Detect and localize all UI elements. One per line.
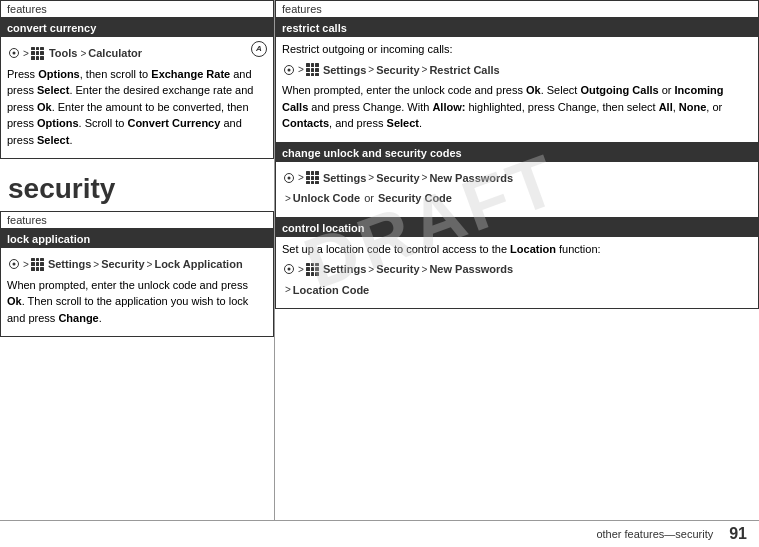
lock-body-text: When prompted, enter the unlock code and… (7, 277, 267, 327)
security-label-restrict: Security (376, 62, 419, 79)
lock-application-title: lock application (1, 230, 273, 248)
restrict-calls-section: restrict calls Restrict outgoing or inco… (275, 18, 759, 143)
unlock-code-label: Unlock Code (293, 190, 360, 207)
convert-currency-section: convert currency > Tools > (0, 18, 274, 159)
settings-label-lock: Settings (45, 256, 91, 273)
page-number: 91 (729, 525, 747, 543)
footer-text: other features—security (596, 528, 713, 540)
left-features-header: features (0, 0, 274, 18)
tools-grid-icon (31, 47, 44, 60)
control-location-intro: Set up a location code to control access… (282, 241, 752, 258)
left-features-header-2: features (0, 211, 274, 229)
convert-nav-path: > Tools > Calculator (9, 45, 142, 62)
bullet-icon-lock (9, 259, 19, 269)
change-unlock-title: change unlock and security codes (276, 144, 758, 162)
convert-currency-title: convert currency (1, 19, 273, 37)
settings-grid-icon-control (306, 263, 319, 276)
settings-grid-icon-lock (31, 258, 44, 271)
restrict-calls-title: restrict calls (276, 19, 758, 37)
tools-label: Tools (46, 45, 78, 62)
change-unlock-nav-path-2: > Unlock Code or Security Code (284, 190, 752, 207)
control-location-section: control location Set up a location code … (275, 218, 759, 310)
bullet-icon-restrict (284, 65, 294, 75)
new-passwords-label-control: New Passwords (429, 261, 513, 278)
change-unlock-section: change unlock and security codes > Setti… (275, 143, 759, 218)
lock-application-label: Lock Application (154, 256, 242, 273)
lock-application-section: lock application > Settings > Security (0, 229, 274, 337)
bullet-icon-change-unlock (284, 173, 294, 183)
bullet-icon-control (284, 264, 294, 274)
security-heading: security (0, 163, 274, 211)
restrict-nav-path: > Settings > Security > Restrict Calls (284, 62, 752, 79)
settings-label-change: Settings (320, 170, 366, 187)
restrict-calls-label: Restrict Calls (429, 62, 499, 79)
bullet-icon (9, 48, 19, 58)
location-code-label: Location Code (293, 282, 369, 299)
control-location-nav-path: > Settings > Security > New Passwords (284, 261, 752, 278)
convert-currency-body: > Tools > Calculator A (1, 37, 273, 158)
security-code-label: Security Code (378, 190, 452, 207)
change-unlock-nav-path: > Settings > Security > New Passwords (284, 170, 752, 187)
security-label-control: Security (376, 261, 419, 278)
restrict-body-text: When prompted, enter the unlock code and… (282, 82, 752, 132)
control-location-nav-path-2: > Location Code (284, 282, 752, 299)
left-column: features convert currency > (0, 0, 275, 520)
right-features-header: features (275, 0, 759, 18)
settings-label-control: Settings (320, 261, 366, 278)
restrict-intro: Restrict outgoing or incoming calls: (282, 41, 752, 58)
right-column: features restrict calls Restrict outgoin… (275, 0, 759, 520)
lock-nav-path: > Settings > Security > Lock Application (9, 256, 267, 273)
control-location-title: control location (276, 219, 758, 237)
restrict-calls-body: Restrict outgoing or incoming calls: > S… (276, 37, 758, 142)
lock-application-body: > Settings > Security > Lock Application (1, 248, 273, 336)
change-unlock-body: > Settings > Security > New Passwords (276, 162, 758, 217)
convert-body-text: Press Options, then scroll to Exchange R… (7, 66, 267, 149)
footer: other features—security 91 (0, 520, 759, 547)
control-location-body: Set up a location code to control access… (276, 237, 758, 309)
security-label-change: Security (376, 170, 419, 187)
settings-grid-icon-change (306, 171, 319, 184)
new-passwords-label: New Passwords (429, 170, 513, 187)
security-label-lock: Security (101, 256, 144, 273)
settings-grid-icon-restrict (306, 63, 319, 76)
language-icon: A (251, 41, 267, 57)
settings-label-restrict: Settings (320, 62, 366, 79)
calculator-label: Calculator (88, 45, 142, 62)
